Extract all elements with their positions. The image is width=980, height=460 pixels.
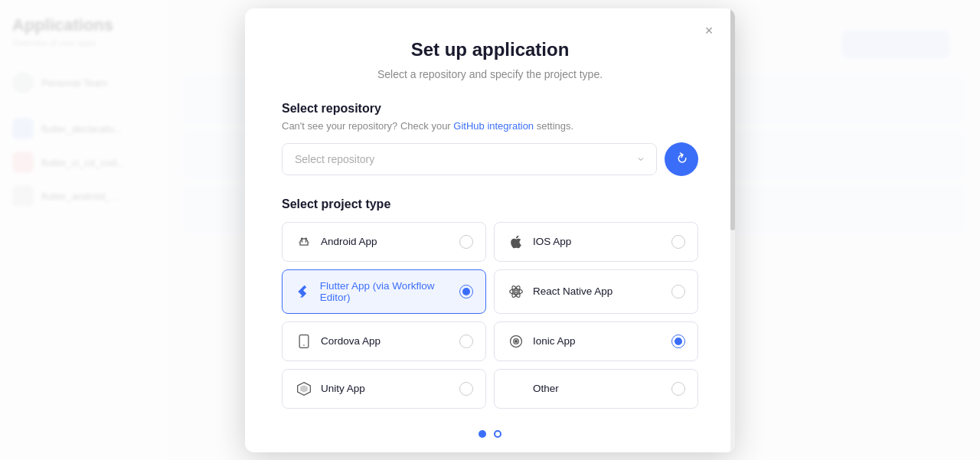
modal-wrapper: × Set up application Select a repository… [0, 0, 980, 460]
react-native-label: React Native App [533, 285, 612, 297]
flutter-label: Flutter App (via Workflow Editor) [320, 280, 459, 303]
option-cordova[interactable]: Cordova App [282, 321, 486, 361]
ionic-label: Ionic App [533, 335, 576, 347]
option-ionic[interactable]: Ionic App [494, 321, 698, 361]
repository-select[interactable]: Select repository [282, 143, 657, 175]
github-integration-link[interactable]: GitHub integration [453, 120, 534, 132]
ionic-radio [671, 334, 685, 348]
repository-section: Select repository Can't see your reposit… [282, 102, 698, 176]
unity-label: Unity App [321, 383, 365, 394]
project-type-grid: Android App IOS App [282, 222, 698, 409]
flutter-icon [295, 282, 312, 301]
flutter-radio-inner [462, 288, 470, 295]
repository-section-title: Select repository [282, 102, 698, 116]
option-other[interactable]: Other [494, 369, 698, 409]
modal-title: Set up application [282, 39, 698, 60]
svg-rect-6 [299, 334, 309, 347]
pagination [282, 430, 698, 438]
scroll-thumb [730, 8, 735, 230]
modal: × Set up application Select a repository… [245, 8, 735, 452]
cordova-label: Cordova App [321, 335, 381, 347]
unity-icon [295, 380, 313, 398]
project-type-section: Select project type Android App [282, 197, 698, 409]
svg-point-0 [302, 238, 303, 240]
ionic-icon [507, 332, 525, 351]
android-radio [459, 235, 473, 249]
note-text: Can't see your repository? Check your [282, 120, 453, 132]
cordova-icon [295, 332, 313, 351]
note-suffix: settings. [534, 120, 573, 132]
pagination-dot-1[interactable] [479, 430, 486, 438]
pagination-dot-2[interactable] [494, 430, 501, 438]
modal-content: Set up application Select a repository a… [245, 8, 735, 452]
other-icon [507, 380, 525, 398]
svg-point-10 [514, 339, 518, 342]
refresh-icon: ↻ [672, 148, 691, 169]
other-label: Other [533, 383, 559, 394]
svg-point-3 [510, 289, 523, 294]
other-radio [671, 382, 685, 396]
option-ios[interactable]: IOS App [494, 222, 698, 262]
ios-label: IOS App [533, 236, 571, 247]
option-unity[interactable]: Unity App [282, 369, 486, 409]
ios-radio [671, 235, 685, 249]
project-type-title: Select project type [282, 197, 698, 211]
svg-point-2 [514, 290, 517, 292]
android-label: Android App [321, 236, 377, 247]
unity-radio [459, 382, 473, 396]
react-native-radio [671, 285, 685, 299]
react-native-icon [507, 282, 525, 301]
android-icon [295, 233, 313, 251]
option-react-native[interactable]: React Native App [494, 269, 698, 314]
svg-marker-12 [301, 385, 307, 391]
svg-point-1 [305, 238, 307, 240]
flutter-radio [459, 285, 473, 299]
option-flutter[interactable]: Flutter App (via Workflow Editor) [282, 269, 486, 314]
refresh-button[interactable]: ↻ [665, 142, 698, 176]
cordova-radio [459, 334, 473, 348]
modal-subtitle: Select a repository and specify the proj… [282, 68, 698, 80]
repo-row: Select repository ↻ [282, 142, 698, 176]
close-button[interactable]: × [698, 21, 720, 42]
ionic-radio-inner [675, 338, 682, 345]
option-android[interactable]: Android App [282, 222, 486, 262]
ios-icon [507, 233, 525, 251]
scroll-bar [730, 8, 735, 452]
repository-note: Can't see your repository? Check your Gi… [282, 120, 698, 132]
